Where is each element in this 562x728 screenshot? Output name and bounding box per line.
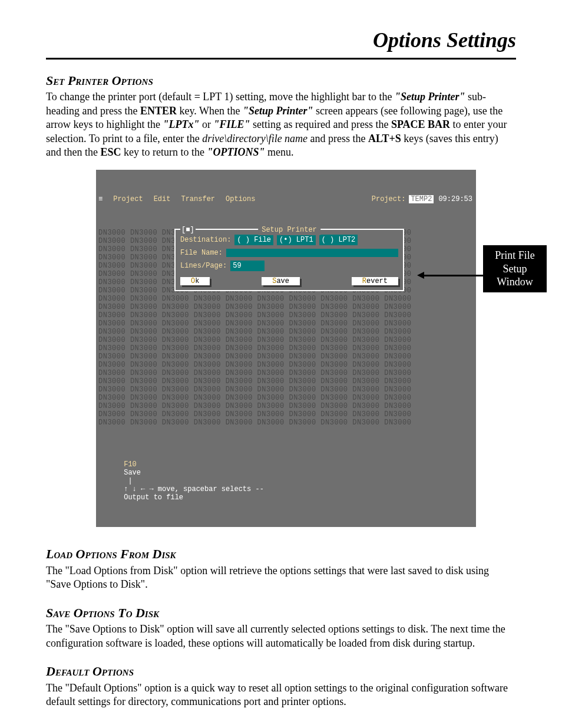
page-title: Options Settings — [46, 27, 516, 60]
radio-lpt1-label: LPT1 — [296, 236, 313, 244]
setup-printer-dialog: [■] Setup Printer Destination: ( ) File … — [174, 229, 404, 291]
text: To change the printer port (default = LP… — [46, 91, 395, 103]
text: key. When the — [179, 105, 242, 117]
project-label: Project: — [372, 195, 406, 203]
status-nav: ↑ ↓ ← → move, spacebar selects -- — [124, 485, 264, 493]
callout-label: Print File Setup Window — [483, 245, 547, 292]
text: and press the — [310, 133, 368, 144]
menu-bar: ≡ Project Edit Transfer Options Project:… — [96, 195, 476, 204]
status-bar: F10 Save | ↑ ↓ ← → move, spacebar select… — [96, 452, 476, 510]
radio-file[interactable]: ( ) File — [234, 235, 273, 245]
text: menu. — [267, 146, 294, 158]
close-icon[interactable]: [■] — [180, 225, 196, 235]
filename-label: File Name: — [180, 248, 223, 258]
radio-file-label: File — [254, 236, 271, 244]
menu-glyph-icon[interactable]: ≡ — [98, 195, 103, 203]
key-enter: ENTER — [140, 105, 177, 117]
menu-options[interactable]: Options — [226, 195, 255, 203]
dos-window: ≡ Project Edit Transfer Options Project:… — [96, 170, 476, 527]
quote-lptx: "LPTx" — [163, 118, 199, 130]
para-default-options: The "Default Options" option is a quick … — [46, 681, 516, 709]
heading-save-options: Save Options To Disk — [46, 605, 516, 622]
filename-input[interactable] — [226, 249, 398, 257]
screenshot-figure: ≡ Project Edit Transfer Options Project:… — [96, 170, 511, 527]
radio-lpt1[interactable]: (•) LPT1 — [277, 235, 316, 245]
lines-page-label: Lines/Page: — [180, 261, 227, 271]
heading-set-printer-options: Set Printer Options — [46, 73, 516, 90]
text: setting as required and press the — [253, 118, 391, 130]
text: key to return to the — [124, 146, 207, 158]
quote-setup-printer: "Setup Printer" — [243, 105, 313, 117]
quote-options: "OPTIONS" — [207, 146, 265, 158]
radio-lpt2[interactable]: ( ) LPT2 — [319, 235, 358, 245]
status-f10[interactable]: F10 — [124, 460, 137, 469]
radio-lpt2-label: LPT2 — [338, 236, 355, 244]
heading-default-options: Default Options — [46, 663, 516, 680]
revert-button[interactable]: RevertRevert — [352, 277, 398, 285]
key-esc: ESC — [100, 146, 121, 158]
key-alt-s: ALT+S — [368, 133, 401, 144]
para-load-options: The "Load Options from Disk" option will… — [46, 564, 516, 592]
quote-file: "FILE" — [213, 118, 250, 130]
clock: 09:29:53 — [437, 195, 474, 203]
destination-label: Destination: — [180, 235, 231, 245]
text: or — [202, 118, 214, 130]
menu-edit[interactable]: Edit — [154, 195, 171, 203]
lines-page-input[interactable]: 59 — [230, 261, 265, 271]
status-output: Output to file — [124, 493, 183, 502]
ok-button[interactable]: OOkk — [180, 277, 210, 285]
dialog-title: Setup Printer — [258, 225, 320, 235]
para-set-printer: To change the printer port (default = LP… — [46, 90, 516, 159]
para-save-options: The "Save Options to Disk" option will s… — [46, 622, 516, 650]
menu-project[interactable]: Project — [113, 195, 143, 203]
project-value: TEMP2 — [409, 195, 434, 203]
path-example: drive\directory\file name — [202, 133, 308, 144]
save-button[interactable]: SaveSave — [262, 277, 300, 285]
heading-load-options: Load Options From Disk — [46, 546, 516, 563]
key-spacebar: SPACE BAR — [391, 118, 450, 130]
menu-transfer[interactable]: Transfer — [181, 195, 215, 203]
callout-arrow-icon — [423, 275, 488, 276]
status-save[interactable]: Save — [124, 469, 141, 477]
quote-setup-printer: "Setup Printer" — [395, 91, 465, 103]
